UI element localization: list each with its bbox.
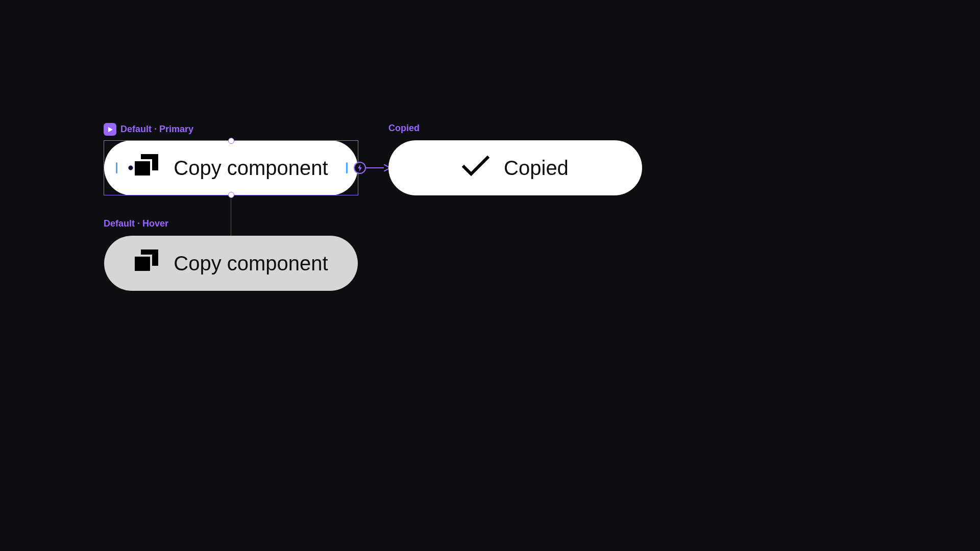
child-selection-dot[interactable]	[128, 165, 133, 170]
button-primary[interactable]: Copy component	[104, 140, 358, 195]
copy-icon	[134, 154, 159, 182]
variant-label-text: Default · Hover	[104, 218, 168, 229]
svg-rect-3	[134, 256, 151, 272]
button-label: Copy component	[174, 157, 328, 180]
variant-label-text: Default · Primary	[120, 124, 193, 135]
play-icon	[104, 123, 116, 136]
connection-line	[366, 167, 384, 168]
check-icon	[462, 156, 489, 181]
interaction-icon	[354, 162, 366, 174]
button-label: Copied	[504, 157, 569, 180]
design-canvas[interactable]: Default · Primary Copy component Default…	[0, 0, 743, 416]
prototype-connection-hover[interactable]	[231, 198, 231, 236]
button-label: Copy component	[174, 252, 328, 275]
variant-label-text: Copied	[388, 123, 420, 134]
padding-handle-left[interactable]	[116, 162, 117, 173]
variant-label-copied[interactable]: Copied	[388, 123, 420, 134]
variant-label-hover[interactable]: Default · Hover	[104, 218, 168, 229]
variant-label-primary[interactable]: Default · Primary	[104, 123, 193, 136]
button-copied[interactable]: Copied	[388, 140, 642, 195]
copy-icon	[134, 249, 159, 278]
button-hover[interactable]: Copy component	[104, 236, 358, 291]
prototype-connection-copied[interactable]	[354, 162, 390, 174]
svg-rect-1	[134, 160, 151, 177]
padding-handle-right[interactable]	[346, 162, 348, 173]
